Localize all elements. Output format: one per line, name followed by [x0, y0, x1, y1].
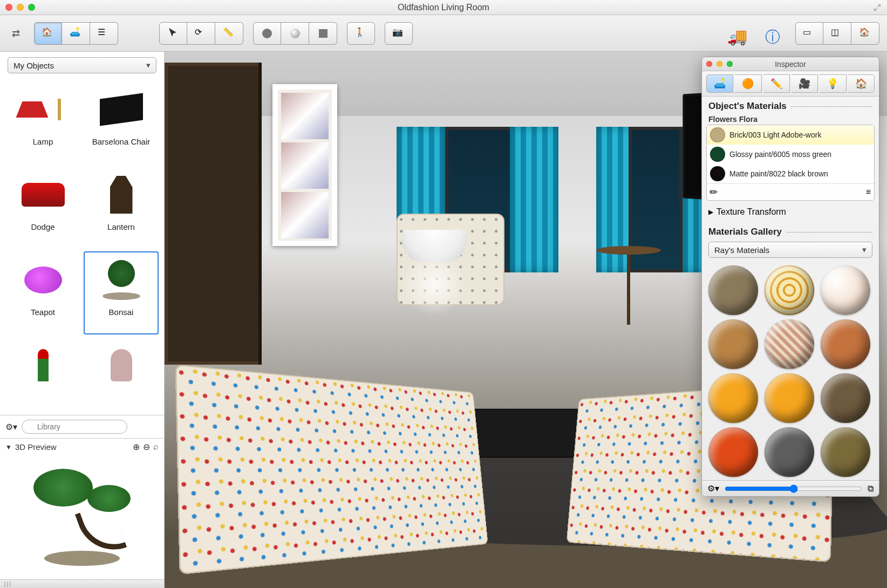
- objects-category-label: My Objects: [13, 61, 54, 70]
- furniture-library-button[interactable]: 🛋️: [62, 22, 90, 45]
- gallery-material[interactable]: [821, 319, 870, 369]
- restore-icon[interactable]: ⧉: [868, 484, 874, 494]
- gallery-size-slider[interactable]: [725, 484, 862, 493]
- preview-pane: ▼ 3D Preview ⊕ ⊖ ⌕: [0, 438, 164, 579]
- record-group: [253, 22, 337, 45]
- inspector-panel: Inspector 🛋️ 🟠 ✏️ 🎥 💡 🏠 Object's Materia…: [701, 57, 879, 497]
- tab-building[interactable]: 🏠: [848, 74, 875, 93]
- disclosure-icon[interactable]: ▼: [5, 443, 12, 451]
- rotate-tool-button[interactable]: ⟳: [187, 22, 215, 45]
- settings-library-button[interactable]: ☰: [90, 22, 118, 45]
- object-person[interactable]: [84, 337, 159, 411]
- gallery-material[interactable]: [708, 373, 758, 423]
- object-label: Bonsai: [109, 307, 134, 317]
- plan-view-button[interactable]: ▭: [795, 22, 823, 45]
- snapshot-button[interactable]: 📷: [385, 22, 413, 45]
- inspector-tabs: 🛋️ 🟠 ✏️ 🎥 💡 🏠: [702, 71, 879, 97]
- stop-button[interactable]: [309, 22, 337, 45]
- gallery-category-dropdown[interactable]: Ray's Materials: [708, 242, 872, 258]
- hamburger-icon[interactable]: ≡: [866, 187, 871, 197]
- object-label: Lamp: [33, 137, 53, 146]
- fullscreen-icon[interactable]: [873, 3, 882, 12]
- texture-transform-toggle[interactable]: ▶ Texture Transform: [702, 204, 879, 222]
- inspector-footer: ⚙︎▾ ⧉: [702, 480, 879, 496]
- record-button[interactable]: [253, 22, 281, 45]
- gallery-material[interactable]: [821, 265, 870, 315]
- preview-header: ▼ 3D Preview ⊕ ⊖ ⌕: [0, 439, 164, 455]
- library-search-input[interactable]: [22, 420, 127, 434]
- library-mode-group: 🏠 🛋️ ☰: [34, 22, 118, 45]
- 3d-view-button[interactable]: 🏠: [851, 22, 879, 45]
- tool-group: ⟳ 📏: [159, 22, 243, 45]
- chevron-right-icon: ▶: [708, 208, 713, 216]
- section-materials-gallery: Materials Gallery: [702, 222, 879, 240]
- divider: [791, 106, 872, 107]
- material-row[interactable]: Brick/003 Light Adobe-work: [707, 125, 874, 145]
- object-barselona-chair[interactable]: Barselona Chair: [84, 81, 159, 164]
- object-label: Lantern: [107, 222, 135, 231]
- window-title: Oldfashion Living Room: [0, 3, 887, 12]
- object-lamp[interactable]: Lamp: [5, 81, 80, 164]
- gallery-material[interactable]: [708, 427, 758, 477]
- material-swatch-icon: [710, 166, 725, 181]
- left-pane: My Objects Lamp Barselona Chair Dodge La…: [0, 52, 165, 588]
- car-icon: [16, 170, 70, 219]
- tab-camera[interactable]: 🎥: [792, 74, 818, 93]
- walkthrough-button[interactable]: 🚶: [347, 22, 375, 45]
- toolbar: ⇄ 🏠 🛋️ ☰ ⟳ 📏 🚶 📷 🚚 ⓘ ▭ ◫ 🏠: [0, 15, 887, 52]
- split-view-button[interactable]: ◫: [823, 22, 851, 45]
- building-library-button[interactable]: 🏠: [34, 22, 62, 45]
- tab-materials[interactable]: 🟠: [735, 74, 761, 93]
- select-tool-button[interactable]: [159, 22, 187, 45]
- tab-object[interactable]: 🛋️: [706, 74, 733, 93]
- chair-icon: [94, 85, 148, 134]
- eyedropper-icon[interactable]: ✎: [707, 185, 721, 199]
- texture-transform-label: Texture Transform: [717, 207, 786, 217]
- gear-icon[interactable]: ⚙︎▾: [5, 422, 17, 432]
- library-search-wrap: [22, 420, 159, 434]
- teapot-icon: [16, 256, 70, 304]
- left-footer: ⚙︎▾: [0, 415, 164, 438]
- divider: [786, 232, 872, 233]
- toolbar-nav-arrows[interactable]: ⇄: [8, 28, 24, 39]
- gear-icon[interactable]: ⚙︎▾: [707, 483, 719, 494]
- tab-lights[interactable]: 💡: [820, 74, 846, 93]
- lamp-icon: [16, 85, 70, 134]
- gallery-material[interactable]: [821, 427, 870, 477]
- object-lantern[interactable]: Lantern: [84, 166, 159, 249]
- object-label: Teapot: [31, 307, 55, 317]
- material-swatch-icon: [710, 127, 725, 142]
- objects-category-dropdown[interactable]: My Objects: [8, 57, 156, 73]
- materials-gallery-grid: [702, 262, 879, 480]
- info-button[interactable]: ⓘ: [758, 22, 786, 45]
- tulip-icon: [16, 341, 70, 389]
- object-dodge[interactable]: Dodge: [5, 166, 80, 249]
- bonsai-icon: [94, 256, 148, 304]
- preview-title: 3D Preview: [15, 442, 57, 452]
- gallery-material[interactable]: [765, 265, 814, 315]
- preview-3d[interactable]: [0, 455, 164, 579]
- record-alt-button[interactable]: [281, 22, 309, 45]
- objects-grid: Lamp Barselona Chair Dodge Lantern Teapo…: [0, 77, 164, 415]
- pane-splitter[interactable]: |||: [0, 579, 164, 588]
- tab-dimensions[interactable]: ✏️: [763, 74, 790, 93]
- object-tulip[interactable]: [5, 337, 80, 411]
- measure-tool-button[interactable]: 📏: [215, 22, 243, 45]
- gallery-material[interactable]: [708, 319, 758, 369]
- object-teapot[interactable]: Teapot: [5, 251, 80, 334]
- zoom-in-icon[interactable]: ⊕: [133, 442, 140, 452]
- zoom-fit-icon[interactable]: ⌕: [153, 442, 159, 452]
- material-row[interactable]: Glossy paint/6005 moss green: [707, 145, 874, 164]
- material-row[interactable]: Matte paint/8022 black brown: [707, 164, 874, 183]
- gallery-material[interactable]: [765, 373, 814, 423]
- material-picker-row: ✎ ≡: [707, 183, 874, 200]
- gallery-material[interactable]: [765, 427, 814, 477]
- gallery-material[interactable]: [708, 265, 758, 315]
- gallery-material[interactable]: [821, 373, 870, 423]
- gallery-material[interactable]: [765, 319, 814, 369]
- object-bonsai[interactable]: Bonsai: [84, 251, 159, 334]
- zoom-out-icon[interactable]: ⊖: [143, 442, 150, 452]
- lantern-icon: [94, 170, 148, 219]
- import-3d-button[interactable]: 🚚: [720, 22, 748, 45]
- section-title: Object's Materials: [708, 101, 787, 112]
